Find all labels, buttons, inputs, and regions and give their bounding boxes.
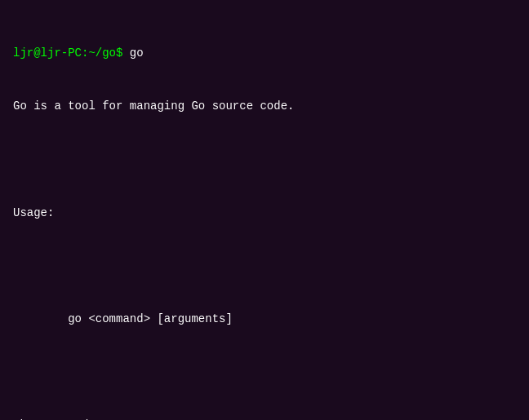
command-text: go (122, 46, 143, 60)
usage-command: go <command> [arguments] (13, 311, 516, 329)
terminal-window: ljr@ljr-PC:~/go$ go Go is a tool for man… (13, 10, 516, 420)
commands-header: The commands are: (13, 417, 516, 420)
description-line: Go is a tool for managing Go source code… (13, 98, 516, 116)
blank-3 (13, 364, 516, 382)
blank-1 (13, 152, 516, 170)
usage-label: Usage: (13, 205, 516, 223)
prompt-text: ljr@ljr-PC:~/go$ (13, 46, 122, 60)
prompt-line: ljr@ljr-PC:~/go$ go (13, 45, 516, 63)
blank-2 (13, 258, 516, 276)
